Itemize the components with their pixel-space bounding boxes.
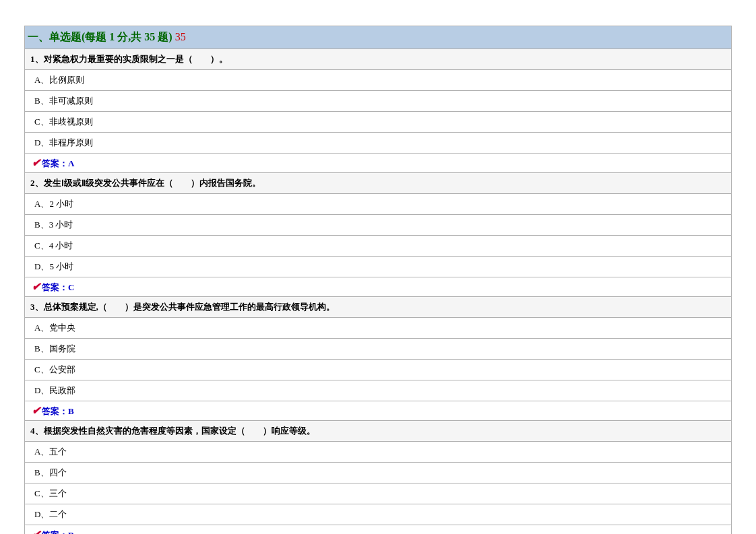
- answer-cell: ✔答案：C: [25, 277, 732, 297]
- question-stem: 3、总体预案规定,（ ）是突发公共事件应急管理工作的最高行政领导机构。: [25, 297, 732, 318]
- check-icon: ✔: [32, 529, 40, 534]
- option: C、4 小时: [25, 236, 732, 257]
- option: D、5 小时: [25, 257, 732, 277]
- answer-cell: ✔答案：B: [25, 525, 732, 535]
- answer-label: 答案：: [42, 530, 68, 534]
- option: A、五个: [25, 442, 732, 463]
- option: B、国务院: [25, 339, 732, 360]
- option: D、民政部: [25, 380, 732, 401]
- option: A、2 小时: [25, 194, 732, 215]
- question-stem: 1、对紧急权力最重要的实质限制之一是（ ）。: [25, 49, 732, 70]
- answer-value: B: [68, 406, 74, 416]
- option: B、3 小时: [25, 215, 732, 236]
- option: C、三个: [25, 483, 732, 504]
- section-count: 35: [175, 31, 186, 42]
- answer-label: 答案：: [42, 158, 68, 168]
- option: B、非可减原则: [25, 91, 732, 112]
- answer-cell: ✔答案：B: [25, 401, 732, 421]
- option: B、四个: [25, 463, 732, 483]
- option: C、公安部: [25, 360, 732, 380]
- section-header: 一、单选题(每题 1 分,共 35 题)35: [25, 26, 732, 49]
- answer-value: A: [68, 158, 74, 168]
- section-title: 一、单选题(每题 1 分,共 35 题): [28, 31, 172, 42]
- quiz-table: 一、单选题(每题 1 分,共 35 题)351、对紧急权力最重要的实质限制之一是…: [24, 26, 732, 534]
- question-stem: 2、发生Ⅰ级或Ⅱ级突发公共事件应在（ ）内报告国务院。: [25, 173, 732, 194]
- option: A、党中央: [25, 318, 732, 339]
- option: D、二个: [25, 504, 732, 525]
- answer-value: C: [68, 282, 74, 292]
- check-icon: ✔: [32, 157, 40, 168]
- option: D、非程序原则: [25, 133, 732, 154]
- answer-value: B: [68, 530, 74, 534]
- question-stem: 4、根据突发性自然灾害的危害程度等因素，国家设定（ ）响应等级。: [25, 421, 732, 442]
- answer-cell: ✔答案：A: [25, 154, 732, 173]
- check-icon: ✔: [32, 405, 40, 416]
- option: C、非歧视原则: [25, 112, 732, 133]
- option: A、比例原则: [25, 70, 732, 91]
- answer-label: 答案：: [42, 282, 68, 292]
- answer-label: 答案：: [42, 406, 68, 416]
- check-icon: ✔: [32, 281, 40, 292]
